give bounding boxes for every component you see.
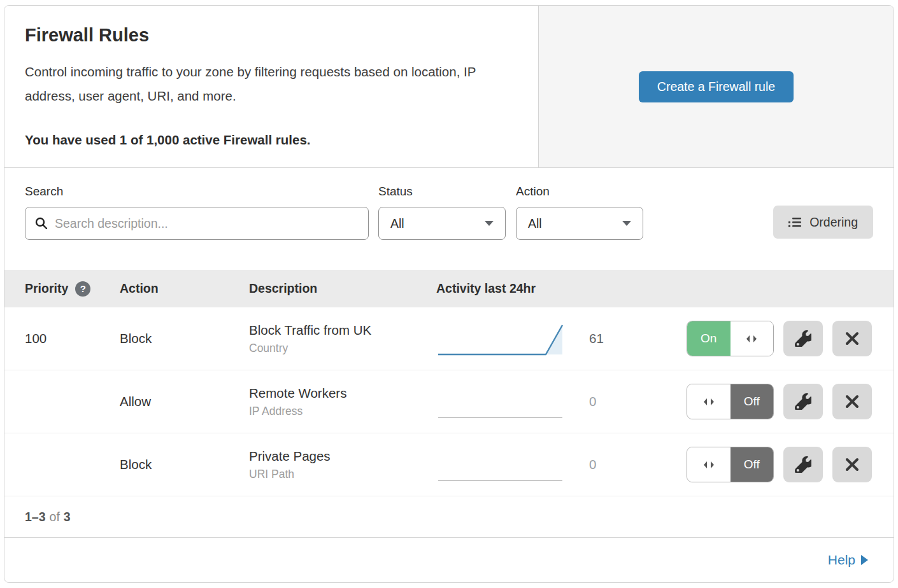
column-activity: Activity last 24hr	[436, 281, 571, 296]
edit-rule-button[interactable]	[783, 321, 823, 356]
firewall-rules-panel: Firewall Rules Control incoming traffic …	[4, 5, 894, 583]
action-filter-group: Action All	[516, 185, 643, 240]
activity-sparkline	[436, 379, 571, 424]
toggle-on-label: On	[687, 321, 731, 356]
search-label: Search	[25, 185, 369, 199]
page-description: Control incoming traffic to your zone by…	[25, 60, 515, 108]
priority-help-icon[interactable]: ?	[75, 281, 90, 297]
pagination-of-label: of	[50, 510, 60, 524]
close-icon	[845, 331, 860, 346]
create-firewall-rule-button[interactable]: Create a Firewall rule	[639, 71, 794, 102]
activity-sparkline	[436, 316, 571, 361]
header-section: Firewall Rules Control incoming traffic …	[4, 6, 894, 168]
arrow-right-icon	[861, 555, 868, 565]
search-group: Search	[25, 185, 369, 240]
rule-match-type: URI Path	[249, 468, 436, 481]
table-row: Allow Remote Workers IP Address 0 Off	[4, 370, 894, 433]
pagination-total: 3	[64, 510, 71, 524]
filter-bar: Search Status All Action All	[4, 168, 894, 270]
wrench-icon	[795, 330, 811, 347]
help-footer: Help	[4, 537, 894, 582]
rule-description: Remote Workers	[249, 386, 436, 401]
help-link-label: Help	[828, 552, 855, 568]
delete-rule-button[interactable]	[832, 384, 872, 419]
search-input[interactable]	[55, 216, 359, 231]
row-controls: Off	[636, 384, 894, 419]
status-selected-value: All	[390, 216, 404, 231]
page-title: Firewall Rules	[25, 25, 518, 46]
delete-rule-button[interactable]	[832, 447, 872, 482]
description-cell: Remote Workers IP Address	[249, 386, 436, 418]
priority-header-label: Priority	[25, 281, 68, 296]
edit-rule-button[interactable]	[783, 384, 823, 419]
toggle-knob	[731, 321, 774, 356]
toggle-knob	[687, 447, 731, 482]
status-filter-group: Status All	[378, 185, 506, 240]
header-action-panel: Create a Firewall rule	[538, 6, 894, 167]
activity-count: 0	[571, 394, 636, 409]
toggle-off-label: Off	[731, 447, 774, 482]
close-icon	[845, 394, 860, 409]
drag-handle-icon	[702, 460, 715, 470]
delete-rule-button[interactable]	[832, 321, 872, 356]
sparkline-flat-chart	[436, 381, 567, 424]
action-cell: Allow	[120, 394, 249, 409]
action-label: Action	[516, 185, 643, 199]
action-select[interactable]: All	[516, 207, 643, 240]
sparkline-flat-chart	[436, 444, 567, 487]
rule-enabled-toggle[interactable]: On	[687, 321, 774, 356]
help-link[interactable]: Help	[828, 552, 868, 568]
action-cell: Block	[120, 331, 249, 346]
chevron-down-icon	[622, 221, 631, 226]
search-box	[25, 207, 369, 240]
drag-handle-icon	[745, 334, 758, 344]
table-header-row: Priority ? Action Description Activity l…	[4, 270, 894, 307]
priority-cell: 100	[4, 331, 120, 346]
toggle-knob	[687, 384, 731, 419]
description-cell: Block Traffic from UK Country	[249, 323, 436, 355]
table-row: Block Private Pages URI Path 0 Off	[4, 433, 894, 496]
row-controls: Off	[636, 447, 894, 482]
table-row: 100 Block Block Traffic from UK Country …	[4, 307, 894, 370]
rule-enabled-toggle[interactable]: Off	[687, 447, 774, 482]
rule-description: Private Pages	[249, 449, 436, 464]
column-action: Action	[120, 281, 249, 296]
status-label: Status	[378, 185, 506, 199]
rule-description: Block Traffic from UK	[249, 323, 436, 338]
chevron-down-icon	[485, 221, 494, 226]
pagination-summary: 1–3 of 3	[4, 496, 894, 537]
status-select[interactable]: All	[378, 207, 506, 240]
search-icon	[34, 216, 48, 230]
action-selected-value: All	[528, 216, 542, 231]
rule-match-type: Country	[249, 342, 436, 355]
sparkline-spike-chart	[436, 318, 567, 361]
activity-sparkline	[436, 442, 571, 487]
ordering-button-label: Ordering	[809, 215, 858, 230]
header-text-block: Firewall Rules Control incoming traffic …	[4, 6, 538, 167]
activity-count: 0	[571, 457, 636, 472]
activity-count: 61	[571, 331, 636, 346]
column-description: Description	[249, 281, 436, 296]
rule-enabled-toggle[interactable]: Off	[687, 384, 774, 419]
close-icon	[845, 457, 860, 472]
action-cell: Block	[120, 457, 249, 472]
row-controls: On	[636, 321, 894, 356]
wrench-icon	[795, 393, 811, 410]
edit-rule-button[interactable]	[783, 447, 823, 482]
toggle-off-label: Off	[731, 384, 774, 419]
rule-match-type: IP Address	[249, 405, 436, 418]
usage-note: You have used 1 of 1,000 active Firewall…	[25, 132, 518, 148]
ordering-button[interactable]: Ordering	[773, 206, 873, 239]
pagination-range: 1–3	[25, 510, 46, 524]
ordered-list-icon	[788, 217, 802, 228]
column-priority: Priority ?	[4, 281, 120, 297]
drag-handle-icon	[702, 397, 715, 407]
description-cell: Private Pages URI Path	[249, 449, 436, 481]
wrench-icon	[795, 456, 811, 473]
